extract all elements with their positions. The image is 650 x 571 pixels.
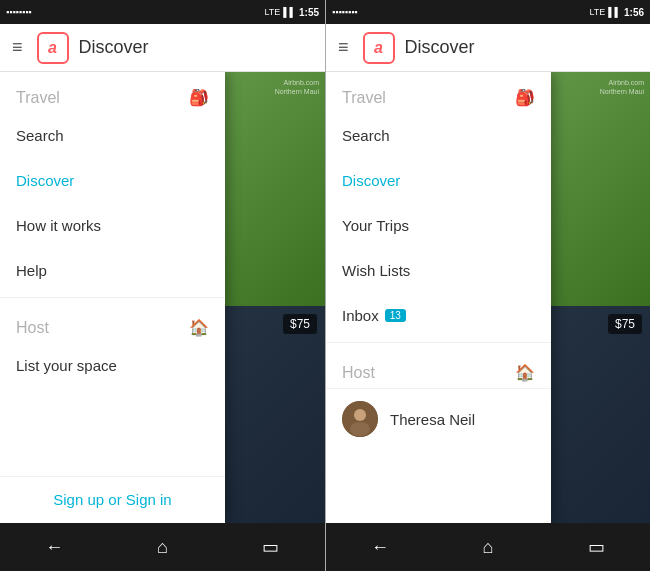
drawer-search-right[interactable]: Search <box>326 113 551 158</box>
svg-point-2 <box>350 422 370 436</box>
app-bar-right: ≡ a Discover <box>326 24 650 72</box>
app-icons-right: ▪▪▪▪▪▪▪▪ <box>332 7 358 17</box>
home-btn-right[interactable]: ⌂ <box>468 527 508 567</box>
watermark-right: Airbnb.comNorthern Maui <box>600 78 644 96</box>
app-title-left: Discover <box>79 37 149 58</box>
signal-icon-right: ▌▌ <box>608 7 621 17</box>
home-btn-left[interactable]: ⌂ <box>142 527 182 567</box>
drawer-left: Travel 🎒 Search Discover How it works He… <box>0 72 225 523</box>
signup-link-left[interactable]: Sign up or Sign in <box>53 491 171 508</box>
drawer-right: Travel 🎒 Search Discover Your Trips Wish… <box>326 72 551 523</box>
status-icons-left: ▪▪▪▪▪▪▪▪ <box>6 7 32 17</box>
divider-left <box>0 297 225 298</box>
status-icons-right: ▪▪▪▪▪▪▪▪ <box>332 7 358 17</box>
content-area-right: Airbnb.comNorthern Maui $75 Travel 🎒 Sea… <box>326 72 650 523</box>
luggage-icon-left: 🎒 <box>189 88 209 107</box>
watermark-left: Airbnb.comNorthern Maui <box>275 78 319 96</box>
status-right-left: LTE ▌▌ 1:55 <box>264 7 319 18</box>
app-logo-right: a <box>363 32 395 64</box>
travel-section-left: Travel 🎒 <box>0 72 225 113</box>
app-bar-left: ≡ a Discover <box>0 24 325 72</box>
recents-btn-left[interactable]: ▭ <box>251 527 291 567</box>
panel-right: ▪▪▪▪▪▪▪▪ LTE ▌▌ 1:56 ≡ a Discover Airbnb… <box>325 0 650 571</box>
user-avatar <box>342 401 378 437</box>
drawer-help-left[interactable]: Help <box>0 248 225 293</box>
status-bar-right: ▪▪▪▪▪▪▪▪ LTE ▌▌ 1:56 <box>326 0 650 24</box>
user-name: Theresa Neil <box>390 411 475 428</box>
status-right-right: LTE ▌▌ 1:56 <box>589 7 644 18</box>
drawer-discover-right[interactable]: Discover <box>326 158 551 203</box>
recents-btn-right[interactable]: ▭ <box>576 527 616 567</box>
house-icon-left: 🏠 <box>189 318 209 337</box>
house-icon-right: 🏠 <box>515 363 535 382</box>
luggage-icon-right: 🎒 <box>515 88 535 107</box>
back-btn-right[interactable]: ← <box>360 527 400 567</box>
time-left: 1:55 <box>299 7 319 18</box>
panel-left: ▪▪▪▪▪▪▪▪ LTE ▌▌ 1:55 ≡ a Discover Airbnb… <box>0 0 325 571</box>
app-logo-left: a <box>37 32 69 64</box>
nav-bar-left: ← ⌂ ▭ <box>0 523 325 571</box>
app-title-right: Discover <box>405 37 475 58</box>
drawer-wishlists-right[interactable]: Wish Lists <box>326 248 551 293</box>
nav-bar-right: ← ⌂ ▭ <box>326 523 650 571</box>
lte-icon-right: LTE <box>589 7 605 17</box>
status-bar-left: ▪▪▪▪▪▪▪▪ LTE ▌▌ 1:55 <box>0 0 325 24</box>
content-area-left: Airbnb.comNorthern Maui $75 Travel 🎒 Sea… <box>0 72 325 523</box>
price-tag-left: $75 <box>283 314 317 334</box>
inbox-badge: 13 <box>385 309 406 322</box>
travel-section-right: Travel 🎒 <box>326 72 551 113</box>
time-right: 1:56 <box>624 7 644 18</box>
user-row[interactable]: Theresa Neil <box>326 388 551 449</box>
drawer-listspace-left[interactable]: List your space <box>0 343 225 388</box>
drawer-search-left[interactable]: Search <box>0 113 225 158</box>
app-icons: ▪▪▪▪▪▪▪▪ <box>6 7 32 17</box>
divider-right <box>326 342 551 343</box>
hamburger-icon-right[interactable]: ≡ <box>338 37 349 58</box>
host-section-left: Host 🏠 <box>0 302 225 343</box>
hamburger-icon[interactable]: ≡ <box>12 37 23 58</box>
price-tag-right: $75 <box>608 314 642 334</box>
drawer-discover-left[interactable]: Discover <box>0 158 225 203</box>
host-section-right: Host 🏠 <box>326 347 551 388</box>
drawer-yourtrips-right[interactable]: Your Trips <box>326 203 551 248</box>
signal-icon: ▌▌ <box>283 7 296 17</box>
lte-icon: LTE <box>264 7 280 17</box>
svg-point-1 <box>354 409 366 421</box>
drawer-footer-left: Sign up or Sign in <box>0 476 225 523</box>
drawer-inbox-right[interactable]: Inbox 13 <box>326 293 551 338</box>
back-btn-left[interactable]: ← <box>34 527 74 567</box>
drawer-howitworks-left[interactable]: How it works <box>0 203 225 248</box>
